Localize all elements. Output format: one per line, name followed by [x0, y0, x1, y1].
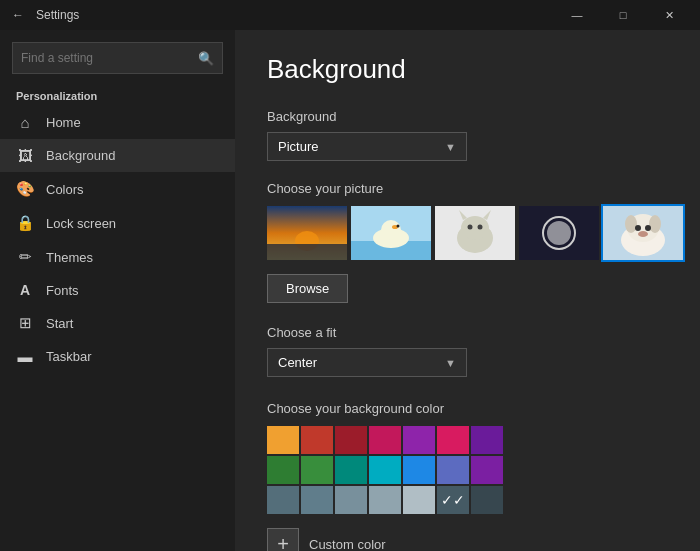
picture-thumb-5[interactable]	[603, 206, 683, 260]
color-swatch-darkpurple[interactable]	[471, 426, 503, 454]
close-button[interactable]: ✕	[646, 0, 692, 30]
sidebar-item-start[interactable]: ⊞ Start	[0, 306, 235, 340]
color-row-2	[267, 456, 668, 484]
sidebar-item-lock-screen[interactable]: 🔒 Lock screen	[0, 206, 235, 240]
color-swatch-darkred[interactable]	[335, 426, 367, 454]
picture-row	[267, 206, 668, 260]
color-swatch-blue[interactable]	[403, 456, 435, 484]
color-swatch-orange[interactable]	[267, 426, 299, 454]
color-row-1	[267, 426, 668, 454]
background-section-label: Background	[267, 109, 668, 124]
custom-color-label: Custom color	[309, 537, 386, 552]
color-swatch-pink[interactable]	[369, 426, 401, 454]
sidebar-item-home[interactable]: ⌂ Home	[0, 106, 235, 139]
sidebar-item-home-label: Home	[46, 115, 81, 130]
color-swatch-teal[interactable]	[335, 456, 367, 484]
title-bar-title: Settings	[36, 8, 79, 22]
picture-thumb-1[interactable]	[267, 206, 347, 260]
fit-dropdown-arrow-icon: ▼	[445, 357, 456, 369]
plus-icon: +	[277, 533, 289, 552]
browse-button[interactable]: Browse	[267, 274, 348, 303]
color-swatch-cyan[interactable]	[369, 456, 401, 484]
color-swatch-green[interactable]	[301, 456, 333, 484]
svg-point-25	[645, 225, 651, 231]
color-swatch-bluegray[interactable]	[267, 486, 299, 514]
sidebar-item-themes[interactable]: ✏ Themes	[0, 240, 235, 274]
color-section-label: Choose your background color	[267, 401, 668, 416]
content-area: Background Background Picture ▼ Choose y…	[235, 30, 700, 551]
sidebar-section-label: Personalization	[0, 82, 235, 106]
sidebar-item-lock-label: Lock screen	[46, 216, 116, 231]
maximize-button[interactable]: □	[600, 0, 646, 30]
svg-point-24	[635, 225, 641, 231]
sidebar-item-start-label: Start	[46, 316, 73, 331]
color-swatch-slate[interactable]	[301, 486, 333, 514]
color-swatch-darkest[interactable]	[471, 486, 503, 514]
sidebar-item-background[interactable]: 🖼 Background	[0, 139, 235, 172]
svg-point-11	[461, 216, 489, 240]
picture-thumb-3[interactable]	[435, 206, 515, 260]
color-swatch-gray2[interactable]	[369, 486, 401, 514]
minimize-button[interactable]: —	[554, 0, 600, 30]
svg-point-8	[397, 225, 400, 228]
background-icon: 🖼	[16, 147, 34, 164]
sidebar-item-taskbar[interactable]: ▬ Taskbar	[0, 340, 235, 373]
color-swatch-hotpink[interactable]	[437, 426, 469, 454]
color-swatch-darkgreen[interactable]	[267, 456, 299, 484]
fit-label: Choose a fit	[267, 325, 668, 340]
title-bar-left: ← Settings	[8, 5, 79, 25]
sidebar-item-colors-label: Colors	[46, 182, 84, 197]
svg-rect-2	[267, 244, 347, 260]
title-bar: ← Settings — □ ✕	[0, 0, 700, 30]
sidebar-item-background-label: Background	[46, 148, 115, 163]
search-icon: 🔍	[198, 51, 214, 66]
background-dropdown[interactable]: Picture ▼	[267, 132, 467, 161]
color-swatch-violet[interactable]	[471, 456, 503, 484]
color-swatch-indigo[interactable]	[437, 456, 469, 484]
color-grid: ✓	[267, 426, 668, 514]
sidebar-item-taskbar-label: Taskbar	[46, 349, 92, 364]
colors-icon: 🎨	[16, 180, 34, 198]
dropdown-arrow-icon: ▼	[445, 141, 456, 153]
search-input[interactable]	[21, 51, 198, 65]
svg-point-6	[381, 220, 401, 240]
custom-color-button[interactable]: +	[267, 528, 299, 551]
sidebar-item-colors[interactable]: 🎨 Colors	[0, 172, 235, 206]
start-icon: ⊞	[16, 314, 34, 332]
svg-point-26	[638, 231, 648, 237]
svg-point-22	[625, 215, 637, 233]
svg-point-14	[468, 225, 473, 230]
svg-point-18	[547, 221, 571, 245]
taskbar-icon: ▬	[16, 348, 34, 365]
custom-color-row[interactable]: + Custom color	[267, 528, 668, 551]
picture-thumb-4[interactable]	[519, 206, 599, 260]
svg-point-23	[649, 215, 661, 233]
sidebar-item-fonts[interactable]: A Fonts	[0, 274, 235, 306]
fonts-icon: A	[16, 282, 34, 298]
home-icon: ⌂	[16, 114, 34, 131]
page-title: Background	[267, 54, 668, 85]
picture-thumb-2[interactable]	[351, 206, 431, 260]
themes-icon: ✏	[16, 248, 34, 266]
color-swatch-darkslate-selected[interactable]: ✓	[437, 486, 469, 514]
app-body: 🔍 Personalization ⌂ Home 🖼 Background 🎨 …	[0, 30, 700, 551]
fit-dropdown-value: Center	[278, 355, 317, 370]
svg-point-15	[478, 225, 483, 230]
sidebar-item-fonts-label: Fonts	[46, 283, 79, 298]
search-box[interactable]: 🔍	[12, 42, 223, 74]
title-bar-controls: — □ ✕	[554, 0, 692, 30]
color-swatch-gray1[interactable]	[335, 486, 367, 514]
sidebar: 🔍 Personalization ⌂ Home 🖼 Background 🎨 …	[0, 30, 235, 551]
sidebar-item-themes-label: Themes	[46, 250, 93, 265]
color-swatch-purple[interactable]	[403, 426, 435, 454]
color-swatch-gray3[interactable]	[403, 486, 435, 514]
back-button[interactable]: ←	[8, 5, 28, 25]
checkmark-icon: ✓	[441, 492, 453, 508]
color-swatch-red[interactable]	[301, 426, 333, 454]
fit-dropdown[interactable]: Center ▼	[267, 348, 467, 377]
lock-icon: 🔒	[16, 214, 34, 232]
picture-section-label: Choose your picture	[267, 181, 668, 196]
color-row-3: ✓	[267, 486, 668, 514]
background-dropdown-value: Picture	[278, 139, 318, 154]
